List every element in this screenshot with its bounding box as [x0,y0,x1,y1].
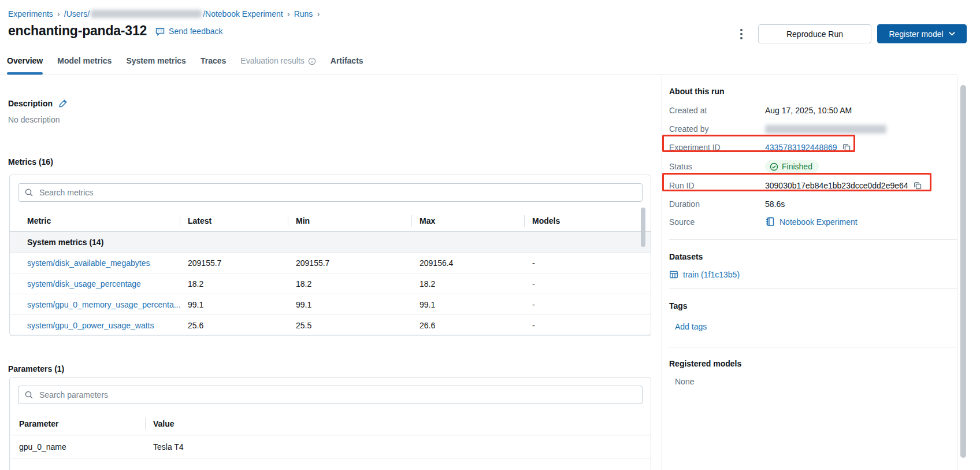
created-by-redacted-blur [765,125,886,134]
reproduce-run-button[interactable]: Reproduce Run [758,24,871,43]
tab-traces[interactable]: Traces [201,56,226,72]
col-metric: Metric [10,210,180,232]
check-circle-icon [770,162,778,171]
parameters-table-header: Parameter Value [10,412,651,435]
add-tags-link[interactable]: Add tags [675,322,707,331]
breadcrumb-experiment-path-link-suffix[interactable]: /Notebook Experiment [203,9,283,18]
created-at-label: Created at [669,106,765,115]
register-model-button[interactable]: Register model [877,24,967,43]
sidebar-divider [669,347,957,347]
dataset-table-icon [669,270,678,279]
status-label: Status [669,162,765,171]
tags-heading: Tags [669,301,688,310]
parameters-card: Parameter Value gpu_0_name Tesla T4 [9,377,651,470]
metric-link[interactable]: system/disk_available_megabytes [27,258,150,268]
dataset-link[interactable]: train (1f1c13b5) [683,270,740,279]
source-label: Source [669,217,765,227]
table-row: system/disk_available_megabytes 209155.7… [10,253,651,273]
tab-model-metrics[interactable]: Model metrics [57,56,112,72]
metric-link[interactable]: system/gpu_0_power_usage_watts [27,321,154,330]
run-details-sidebar: About this run Created at Aug 17, 2025, … [662,76,967,470]
sidebar-divider [669,239,957,240]
duration-label: Duration [669,199,765,209]
metrics-table-scrollbar[interactable] [641,208,645,247]
datasets-heading: Datasets [669,252,703,261]
created-by-label: Created by [669,124,765,134]
search-icon [24,188,34,197]
table-row: system/gpu_0_memory_usage_percenta... 99… [10,294,651,315]
breadcrumb-experiments-link[interactable]: Experiments [8,9,53,18]
registered-models-heading: Registered models [669,359,741,368]
send-feedback-link[interactable]: Send feedback [155,26,222,36]
col-min: Min [288,210,411,232]
tab-evaluation-results[interactable]: Evaluation results [240,56,316,72]
breadcrumb-separator: › [317,10,320,18]
edit-pencil-icon[interactable] [58,98,68,108]
metrics-heading: Metrics (16) [8,157,53,166]
breadcrumb-separator: › [57,10,60,18]
parameter-value: Tesla T4 [145,442,651,452]
metrics-card: Metric Latest Min Max Models System metr… [9,175,651,335]
search-icon [24,390,34,399]
copy-icon[interactable] [842,143,851,152]
table-row: gpu_0_name Tesla T4 [10,435,651,458]
col-latest: Latest [180,210,288,232]
kebab-icon [740,29,743,31]
page-scrollbar-track [957,76,967,470]
page-scrollbar-thumb[interactable] [960,85,966,458]
tab-system-metrics[interactable]: System metrics [126,56,186,72]
info-icon [308,57,316,65]
overflow-menu-button[interactable] [734,25,749,43]
experiment-id-label: Experiment ID [669,143,765,152]
col-value: Value [145,412,651,435]
registered-models-none: None [675,377,694,386]
breadcrumb-runs-link[interactable]: Runs [294,9,313,18]
created-at-value: Aug 17, 2025, 10:50 AM [765,106,852,115]
chevron-down-icon [949,32,955,36]
col-parameter: Parameter [10,412,145,435]
status-badge: Finished [765,160,819,173]
parameters-heading: Parameters (1) [8,364,64,373]
table-row: system/disk_usage_percentage 18.2 18.2 1… [10,273,651,294]
notebook-icon [765,217,775,227]
parameter-name: gpu_0_name [10,442,145,452]
col-models: Models [524,210,651,232]
parameters-search [18,386,643,404]
source-notebook-link[interactable]: Notebook Experiment [779,217,858,227]
redacted-path-blur [91,10,202,18]
tab-bar: Overview Model metrics System metrics Tr… [7,56,363,72]
feedback-bubble-icon [155,26,165,36]
experiment-id-link[interactable]: 4335783192448869 [765,143,837,152]
about-this-run-heading: About this run [669,87,725,96]
copy-icon[interactable] [913,181,922,190]
metrics-search-input[interactable] [38,187,636,198]
parameters-search-input[interactable] [38,390,636,400]
breadcrumb-separator: › [287,10,290,18]
run-id-label: Run ID [669,181,765,190]
breadcrumb-experiment-path-link[interactable]: /Users/ [64,9,90,18]
metrics-search [18,183,643,202]
metrics-group-header: System metrics (14) [10,232,651,253]
tab-overview[interactable]: Overview [7,56,43,72]
metrics-table-header: Metric Latest Min Max Models [10,210,651,232]
tabs-divider [0,75,957,75]
col-max: Max [411,210,524,232]
tab-artifacts[interactable]: Artifacts [331,56,363,72]
sidebar-divider [669,288,957,289]
description-empty-text: No description [8,115,60,124]
run-id-value: 309030b17eb84e1bb23dcce0dd2e9e64 [765,181,908,190]
breadcrumb: Experiments › /Users/ /Notebook Experime… [8,9,320,18]
table-row: system/gpu_0_power_usage_watts 25.6 25.5… [10,315,651,336]
duration-value: 58.6s [765,199,785,209]
description-heading: Description [8,99,53,108]
metric-link[interactable]: system/gpu_0_memory_usage_percenta... [27,300,180,309]
page-title: enchanting-panda-312 [8,23,147,39]
metric-link[interactable]: system/disk_usage_percentage [27,279,141,288]
